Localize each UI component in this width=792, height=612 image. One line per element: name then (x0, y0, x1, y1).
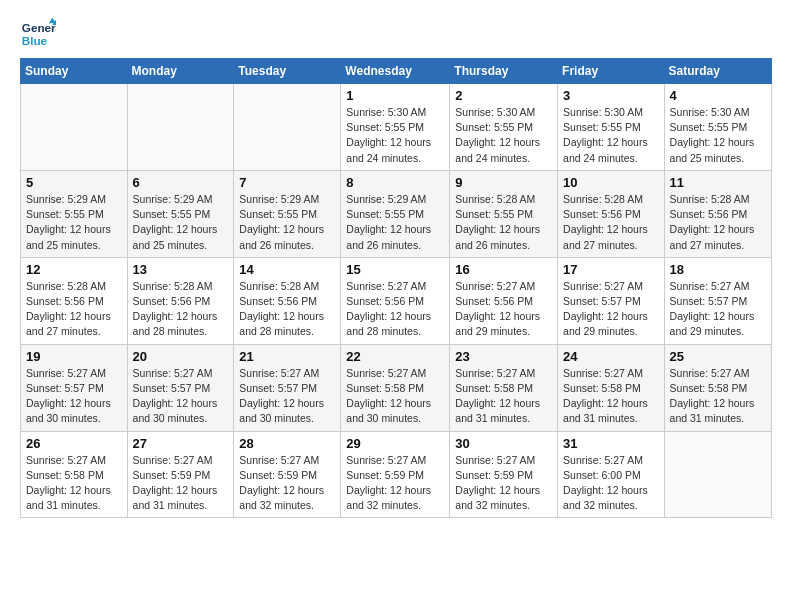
day-cell: 21Sunrise: 5:27 AM Sunset: 5:57 PM Dayli… (234, 344, 341, 431)
day-cell: 17Sunrise: 5:27 AM Sunset: 5:57 PM Dayli… (558, 257, 665, 344)
day-cell: 3Sunrise: 5:30 AM Sunset: 5:55 PM Daylig… (558, 84, 665, 171)
day-number: 8 (346, 175, 444, 190)
day-info: Sunrise: 5:27 AM Sunset: 5:58 PM Dayligh… (346, 366, 444, 427)
weekday-header-wednesday: Wednesday (341, 59, 450, 84)
day-cell: 25Sunrise: 5:27 AM Sunset: 5:58 PM Dayli… (664, 344, 771, 431)
day-number: 16 (455, 262, 552, 277)
day-info: Sunrise: 5:27 AM Sunset: 5:57 PM Dayligh… (239, 366, 335, 427)
day-info: Sunrise: 5:29 AM Sunset: 5:55 PM Dayligh… (26, 192, 122, 253)
weekday-header-saturday: Saturday (664, 59, 771, 84)
day-cell: 5Sunrise: 5:29 AM Sunset: 5:55 PM Daylig… (21, 170, 128, 257)
day-info: Sunrise: 5:27 AM Sunset: 5:59 PM Dayligh… (133, 453, 229, 514)
day-number: 15 (346, 262, 444, 277)
day-cell: 29Sunrise: 5:27 AM Sunset: 5:59 PM Dayli… (341, 431, 450, 518)
day-number: 26 (26, 436, 122, 451)
day-cell: 16Sunrise: 5:27 AM Sunset: 5:56 PM Dayli… (450, 257, 558, 344)
day-number: 5 (26, 175, 122, 190)
day-number: 22 (346, 349, 444, 364)
day-cell: 26Sunrise: 5:27 AM Sunset: 5:58 PM Dayli… (21, 431, 128, 518)
day-cell: 14Sunrise: 5:28 AM Sunset: 5:56 PM Dayli… (234, 257, 341, 344)
day-cell: 11Sunrise: 5:28 AM Sunset: 5:56 PM Dayli… (664, 170, 771, 257)
day-info: Sunrise: 5:27 AM Sunset: 6:00 PM Dayligh… (563, 453, 659, 514)
day-number: 30 (455, 436, 552, 451)
day-info: Sunrise: 5:29 AM Sunset: 5:55 PM Dayligh… (133, 192, 229, 253)
day-info: Sunrise: 5:27 AM Sunset: 5:58 PM Dayligh… (563, 366, 659, 427)
day-cell: 20Sunrise: 5:27 AM Sunset: 5:57 PM Dayli… (127, 344, 234, 431)
day-number: 18 (670, 262, 766, 277)
day-info: Sunrise: 5:27 AM Sunset: 5:57 PM Dayligh… (563, 279, 659, 340)
day-info: Sunrise: 5:27 AM Sunset: 5:58 PM Dayligh… (26, 453, 122, 514)
day-cell: 1Sunrise: 5:30 AM Sunset: 5:55 PM Daylig… (341, 84, 450, 171)
week-row-1: 1Sunrise: 5:30 AM Sunset: 5:55 PM Daylig… (21, 84, 772, 171)
day-number: 9 (455, 175, 552, 190)
day-number: 7 (239, 175, 335, 190)
day-info: Sunrise: 5:28 AM Sunset: 5:56 PM Dayligh… (133, 279, 229, 340)
day-info: Sunrise: 5:27 AM Sunset: 5:59 PM Dayligh… (455, 453, 552, 514)
day-info: Sunrise: 5:30 AM Sunset: 5:55 PM Dayligh… (455, 105, 552, 166)
day-cell: 19Sunrise: 5:27 AM Sunset: 5:57 PM Dayli… (21, 344, 128, 431)
day-cell: 9Sunrise: 5:28 AM Sunset: 5:55 PM Daylig… (450, 170, 558, 257)
day-number: 21 (239, 349, 335, 364)
day-number: 17 (563, 262, 659, 277)
svg-text:Blue: Blue (22, 34, 48, 47)
day-cell: 18Sunrise: 5:27 AM Sunset: 5:57 PM Dayli… (664, 257, 771, 344)
day-info: Sunrise: 5:28 AM Sunset: 5:56 PM Dayligh… (670, 192, 766, 253)
day-cell: 30Sunrise: 5:27 AM Sunset: 5:59 PM Dayli… (450, 431, 558, 518)
day-cell (127, 84, 234, 171)
day-info: Sunrise: 5:27 AM Sunset: 5:56 PM Dayligh… (346, 279, 444, 340)
day-info: Sunrise: 5:29 AM Sunset: 5:55 PM Dayligh… (346, 192, 444, 253)
day-cell: 23Sunrise: 5:27 AM Sunset: 5:58 PM Dayli… (450, 344, 558, 431)
page: General Blue SundayMondayTuesdayWednesda… (0, 0, 792, 528)
day-info: Sunrise: 5:27 AM Sunset: 5:58 PM Dayligh… (670, 366, 766, 427)
day-number: 6 (133, 175, 229, 190)
day-number: 25 (670, 349, 766, 364)
day-cell: 12Sunrise: 5:28 AM Sunset: 5:56 PM Dayli… (21, 257, 128, 344)
logo: General Blue (20, 16, 56, 52)
day-info: Sunrise: 5:27 AM Sunset: 5:59 PM Dayligh… (346, 453, 444, 514)
day-cell: 10Sunrise: 5:28 AM Sunset: 5:56 PM Dayli… (558, 170, 665, 257)
weekday-header-sunday: Sunday (21, 59, 128, 84)
calendar-table: SundayMondayTuesdayWednesdayThursdayFrid… (20, 58, 772, 518)
day-cell: 22Sunrise: 5:27 AM Sunset: 5:58 PM Dayli… (341, 344, 450, 431)
day-number: 27 (133, 436, 229, 451)
day-number: 13 (133, 262, 229, 277)
day-cell: 13Sunrise: 5:28 AM Sunset: 5:56 PM Dayli… (127, 257, 234, 344)
weekday-header-monday: Monday (127, 59, 234, 84)
weekday-header-thursday: Thursday (450, 59, 558, 84)
day-number: 24 (563, 349, 659, 364)
day-number: 20 (133, 349, 229, 364)
weekday-header-row: SundayMondayTuesdayWednesdayThursdayFrid… (21, 59, 772, 84)
day-number: 28 (239, 436, 335, 451)
day-info: Sunrise: 5:28 AM Sunset: 5:56 PM Dayligh… (26, 279, 122, 340)
day-number: 14 (239, 262, 335, 277)
day-info: Sunrise: 5:30 AM Sunset: 5:55 PM Dayligh… (346, 105, 444, 166)
day-number: 10 (563, 175, 659, 190)
day-number: 11 (670, 175, 766, 190)
day-number: 29 (346, 436, 444, 451)
day-cell (234, 84, 341, 171)
week-row-4: 19Sunrise: 5:27 AM Sunset: 5:57 PM Dayli… (21, 344, 772, 431)
day-cell: 27Sunrise: 5:27 AM Sunset: 5:59 PM Dayli… (127, 431, 234, 518)
day-info: Sunrise: 5:27 AM Sunset: 5:56 PM Dayligh… (455, 279, 552, 340)
day-info: Sunrise: 5:27 AM Sunset: 5:59 PM Dayligh… (239, 453, 335, 514)
day-cell (664, 431, 771, 518)
day-info: Sunrise: 5:28 AM Sunset: 5:56 PM Dayligh… (239, 279, 335, 340)
day-number: 31 (563, 436, 659, 451)
day-number: 4 (670, 88, 766, 103)
day-info: Sunrise: 5:28 AM Sunset: 5:55 PM Dayligh… (455, 192, 552, 253)
day-info: Sunrise: 5:27 AM Sunset: 5:58 PM Dayligh… (455, 366, 552, 427)
weekday-header-friday: Friday (558, 59, 665, 84)
day-number: 19 (26, 349, 122, 364)
weekday-header-tuesday: Tuesday (234, 59, 341, 84)
day-cell: 7Sunrise: 5:29 AM Sunset: 5:55 PM Daylig… (234, 170, 341, 257)
day-info: Sunrise: 5:30 AM Sunset: 5:55 PM Dayligh… (670, 105, 766, 166)
day-cell: 8Sunrise: 5:29 AM Sunset: 5:55 PM Daylig… (341, 170, 450, 257)
day-info: Sunrise: 5:29 AM Sunset: 5:55 PM Dayligh… (239, 192, 335, 253)
logo-icon: General Blue (20, 16, 56, 52)
day-info: Sunrise: 5:27 AM Sunset: 5:57 PM Dayligh… (133, 366, 229, 427)
day-number: 23 (455, 349, 552, 364)
day-number: 2 (455, 88, 552, 103)
day-info: Sunrise: 5:28 AM Sunset: 5:56 PM Dayligh… (563, 192, 659, 253)
day-number: 12 (26, 262, 122, 277)
day-info: Sunrise: 5:27 AM Sunset: 5:57 PM Dayligh… (26, 366, 122, 427)
